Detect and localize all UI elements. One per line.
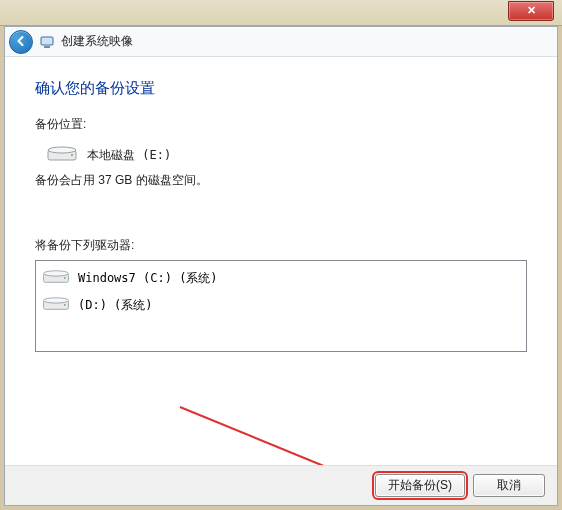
drive-label: Windows7 (C:) (系统) [78,270,218,287]
cancel-button[interactable]: 取消 [473,474,545,497]
back-arrow-icon [15,34,27,50]
footer: 开始备份(S) 取消 [5,465,557,505]
close-button[interactable]: ✕ [508,1,554,21]
svg-point-7 [64,277,66,279]
close-icon: ✕ [527,4,536,16]
backup-location-row: 本地磁盘 (E:) [35,143,527,172]
svg-point-10 [64,304,66,306]
computer-icon [39,34,55,50]
svg-point-3 [48,147,76,153]
content-area: 确认您的备份设置 备份位置: 本地磁盘 (E:) 备份会占用 37 GB 的磁盘… [5,57,557,352]
window-title: 创建系统映像 [61,33,133,50]
svg-rect-1 [44,46,50,48]
nav-bar: 创建系统映像 [5,27,557,57]
drive-list: Windows7 (C:) (系统) (D:) (系统) [35,260,527,352]
page-heading: 确认您的备份设置 [35,79,527,98]
backup-size-text: 备份会占用 37 GB 的磁盘空间。 [35,172,527,189]
drive-label: (D:) (系统) [78,297,153,314]
dialog-window: 创建系统映像 确认您的备份设置 备份位置: 本地磁盘 (E:) 备份会占用 37… [4,26,558,506]
back-button[interactable] [9,30,33,54]
list-item: Windows7 (C:) (系统) [38,265,524,292]
drive-icon [42,296,70,315]
titlebar: ✕ [0,0,562,26]
list-item: (D:) (系统) [38,292,524,319]
drive-icon [47,145,77,166]
drive-list-label: 将备份下列驱动器: [35,237,527,254]
svg-point-4 [71,154,73,156]
start-backup-button[interactable]: 开始备份(S) [375,474,465,497]
backup-location-label: 备份位置: [35,116,527,133]
svg-rect-0 [41,37,53,45]
svg-point-6 [44,271,69,276]
backup-location-value: 本地磁盘 (E:) [87,147,171,164]
svg-point-9 [44,298,69,303]
drive-icon [42,269,70,288]
